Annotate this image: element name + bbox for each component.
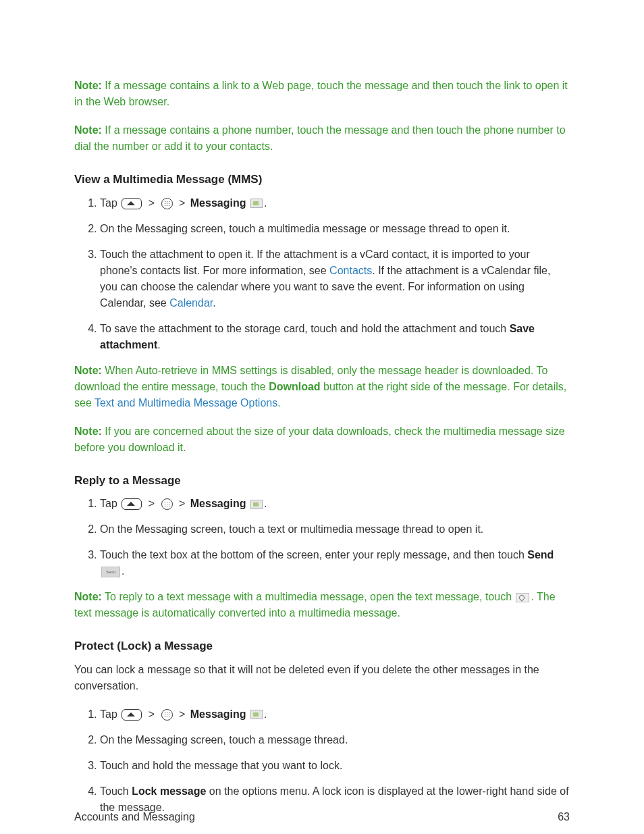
- note-label: Note:: [74, 124, 102, 136]
- text-period: .: [264, 708, 267, 720]
- note-label: Note:: [74, 591, 102, 602]
- home-icon: [122, 709, 142, 721]
- send-button-icon: Send: [101, 567, 120, 577]
- messaging-icon: [250, 500, 263, 509]
- footer-page-number: 63: [558, 809, 570, 825]
- download-button-label: Download: [269, 381, 320, 392]
- home-icon: [122, 498, 142, 510]
- text-period: .: [264, 197, 267, 209]
- messaging-label: Messaging: [190, 197, 246, 209]
- reply-steps-list: Tap > > Messaging . On the Messaging scr…: [74, 496, 570, 579]
- text-fragment: .: [157, 339, 160, 350]
- note-label: Note:: [74, 365, 102, 376]
- footer-section: Accounts and Messaging: [74, 809, 195, 825]
- text-fragment: Touch the text box at the bottom of the …: [100, 549, 527, 561]
- step-tap-messaging: Tap > > Messaging .: [100, 195, 570, 211]
- attachment-icon: [516, 593, 529, 602]
- note-weblink: Note: If a message contains a link to a …: [74, 78, 570, 110]
- lock-steps-list: Tap > > Messaging . On the Messaging scr…: [74, 706, 570, 816]
- note-datasize: Note: If you are concerned about the siz…: [74, 423, 570, 456]
- text-fragment: To reply to a text message with a multim…: [102, 591, 515, 602]
- note-text: If you are concerned about the size of y…: [74, 425, 565, 453]
- apps-icon: [161, 709, 173, 721]
- messaging-label: Messaging: [190, 708, 246, 720]
- messaging-icon: [250, 199, 263, 208]
- page-footer: Accounts and Messaging 63: [74, 809, 570, 825]
- separator-gt: >: [149, 195, 155, 211]
- text-period: .: [264, 498, 267, 509]
- step-tap-messaging: Tap > > Messaging .: [100, 706, 570, 723]
- note-reply-mms: Note: To reply to a text message with a …: [74, 589, 570, 621]
- text-tap: Tap: [100, 498, 120, 509]
- text-tap: Tap: [100, 197, 120, 209]
- calendar-link[interactable]: Calendar: [169, 297, 213, 309]
- step-hold-message: Touch and hold the message that you want…: [100, 758, 570, 774]
- text-fragment: .: [213, 297, 215, 309]
- text-fragment: To save the attachment to the storage ca…: [100, 323, 510, 334]
- separator-gt: >: [179, 496, 185, 512]
- send-label: Send: [527, 549, 554, 561]
- heading-lock: Protect (Lock) a Message: [74, 637, 570, 655]
- step-tap-messaging: Tap > > Messaging .: [100, 496, 570, 512]
- note-text: If a message contains a phone number, to…: [74, 124, 566, 152]
- lock-message-label: Lock message: [132, 785, 206, 797]
- heading-view-mms: View a Multimedia Message (MMS): [74, 171, 570, 188]
- step-open-thread: On the Messaging screen, touch a multime…: [100, 221, 570, 237]
- mms-options-link[interactable]: Text and Multimedia Message Options: [95, 397, 277, 409]
- home-icon: [122, 198, 142, 209]
- messaging-label: Messaging: [190, 498, 246, 509]
- apps-icon: [161, 498, 173, 510]
- separator-gt: >: [149, 706, 155, 723]
- note-label: Note:: [74, 80, 102, 91]
- text-fragment: .: [122, 565, 124, 577]
- note-autoretrieve: Note: When Auto-retrieve in MMS settings…: [74, 363, 570, 411]
- note-phonenumber: Note: If a message contains a phone numb…: [74, 122, 570, 155]
- document-page: Note: If a message contains a link to a …: [0, 0, 644, 834]
- separator-gt: >: [149, 496, 155, 512]
- heading-reply: Reply to a Message: [74, 472, 570, 490]
- note-text: If a message contains a link to a Web pa…: [74, 80, 568, 107]
- mms-steps-list: Tap > > Messaging . On the Messaging scr…: [74, 195, 570, 353]
- separator-gt: >: [179, 195, 185, 211]
- text-fragment: Touch: [100, 785, 132, 797]
- step-save-attachment: To save the attachment to the storage ca…: [100, 321, 570, 353]
- apps-icon: [161, 198, 173, 209]
- step-open-thread: On the Messaging screen, touch a message…: [100, 732, 570, 748]
- step-open-thread: On the Messaging screen, touch a text or…: [100, 521, 570, 538]
- messaging-icon: [250, 710, 263, 719]
- lock-intro: You can lock a message so that it will n…: [74, 662, 570, 694]
- step-type-reply: Touch the text box at the bottom of the …: [100, 547, 570, 579]
- separator-gt: >: [179, 706, 185, 723]
- text-tap: Tap: [100, 708, 120, 720]
- note-label: Note:: [74, 425, 102, 437]
- contacts-link[interactable]: Contacts: [329, 265, 372, 276]
- step-open-attachment: Touch the attachment to open it. If the …: [100, 246, 570, 311]
- text-fragment: .: [277, 397, 280, 409]
